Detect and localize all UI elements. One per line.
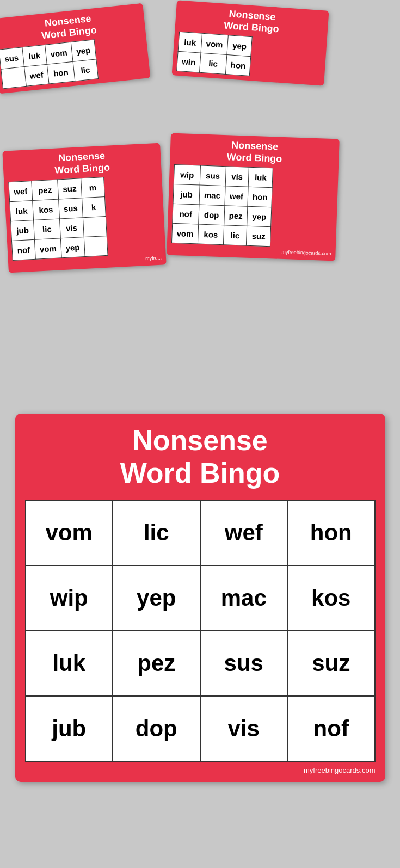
main-card-website: myfreebingocards.com — [25, 766, 376, 774]
cell: yep — [60, 237, 85, 258]
main-bingo-card: Nonsense Word Bingo vom lic wef hon wip … — [15, 414, 385, 782]
top-section: NonsenseWord Bingo sus luk vom yep wef h… — [0, 0, 400, 397]
cell: k — [82, 197, 106, 218]
cell: m — [81, 177, 104, 198]
cell: nof — [173, 204, 199, 225]
mini-card-3-title: NonsenseWord Bingo — [7, 147, 157, 178]
cell — [84, 236, 108, 257]
bottom-section: Nonsense Word Bingo vom lic wef hon wip … — [0, 397, 400, 868]
cell: sus — [0, 47, 24, 69]
cell: luk — [248, 167, 273, 188]
cell-hon: hon — [287, 500, 375, 565]
cell: vom — [201, 33, 228, 54]
cell: lic — [223, 225, 247, 245]
cell: hon — [248, 187, 273, 207]
cell: yep — [247, 206, 272, 227]
cell: vis — [59, 218, 84, 238]
cell: vis — [225, 167, 249, 187]
cell: wip — [174, 165, 200, 186]
cell: kos — [33, 199, 60, 220]
cell: yep — [71, 40, 96, 61]
cell: jub — [173, 184, 200, 205]
cell: suz — [246, 226, 271, 247]
cell-wip: wip — [26, 565, 113, 631]
cell: wef — [24, 64, 49, 86]
cell: suz — [58, 178, 82, 199]
table-row: wip yep mac kos — [26, 565, 375, 631]
cell-vis: vis — [200, 696, 288, 761]
cell: pez — [224, 206, 248, 226]
cell: vom — [45, 42, 72, 65]
table-row: vom lic wef hon — [26, 500, 375, 565]
cell: luk — [10, 201, 34, 221]
cell-nof: nof — [287, 696, 375, 761]
cell — [83, 217, 107, 237]
cell-jub: jub — [26, 696, 113, 761]
mini-card-4-website: myfreebingocards.com — [171, 245, 331, 256]
cell-wef: wef — [200, 500, 288, 565]
cell: hon — [47, 61, 75, 84]
cell: mac — [199, 185, 225, 206]
mini-grid-4: wip sus vis luk jub mac wef hon nof dop … — [171, 164, 273, 247]
cell: wef — [9, 181, 33, 202]
cell: sus — [58, 198, 83, 219]
mini-card-4: NonsenseWord Bingo wip sus vis luk jub m… — [167, 133, 340, 261]
cell-mac: mac — [200, 565, 288, 631]
cell: lic — [199, 53, 226, 74]
mini-card-1: NonsenseWord Bingo sus luk vom yep wef h… — [0, 3, 150, 94]
cell: vom — [34, 238, 61, 259]
cell-kos: kos — [287, 565, 375, 631]
cell: dop — [199, 205, 225, 225]
main-bingo-grid: vom lic wef hon wip yep mac kos luk pez … — [25, 500, 376, 762]
cell-dop: dop — [113, 696, 200, 761]
cell: jub — [11, 220, 35, 241]
mini-grid-1: sus luk vom yep wef hon lic — [0, 40, 99, 89]
cell-yep: yep — [113, 565, 200, 631]
table-row: vom kos lic suz — [171, 224, 271, 247]
cell: kos — [198, 224, 224, 245]
mini-card-2: NonsenseWord Bingo luk vom yep win lic h… — [172, 0, 329, 85]
cell — [1, 67, 26, 89]
cell: wef — [225, 186, 248, 206]
mini-grid-3: wef pez suz m luk kos sus k jub lic vis … — [8, 177, 108, 261]
cell: win — [177, 51, 201, 72]
cell: lic — [34, 219, 61, 239]
mini-card-3: NonsenseWord Bingo wef pez suz m luk kos… — [2, 143, 166, 273]
cell-vom: vom — [26, 500, 113, 565]
table-row: nof vom yep — [11, 236, 107, 261]
cell: luk — [178, 32, 202, 53]
mini-grid-2: luk vom yep win lic hon — [176, 32, 253, 76]
cell-sus: sus — [200, 631, 288, 696]
cell: pez — [32, 180, 59, 200]
table-row: luk pez sus suz — [26, 631, 375, 696]
table-row: jub dop vis nof — [26, 696, 375, 761]
cell-lic: lic — [113, 500, 200, 565]
cell: vom — [171, 224, 198, 244]
cell: hon — [225, 55, 251, 76]
cell: luk — [22, 45, 47, 67]
mini-card-4-title: NonsenseWord Bingo — [174, 138, 335, 167]
cell: nof — [11, 240, 35, 261]
mini-card-1-title: NonsenseWord Bingo — [0, 8, 141, 47]
cell: lic — [73, 59, 98, 81]
main-card-title: Nonsense Word Bingo — [25, 424, 376, 490]
cell-luk: luk — [26, 631, 113, 696]
cell: sus — [200, 165, 226, 186]
cell-pez: pez — [113, 631, 200, 696]
cell-suz: suz — [287, 631, 375, 696]
cell: yep — [227, 35, 253, 57]
